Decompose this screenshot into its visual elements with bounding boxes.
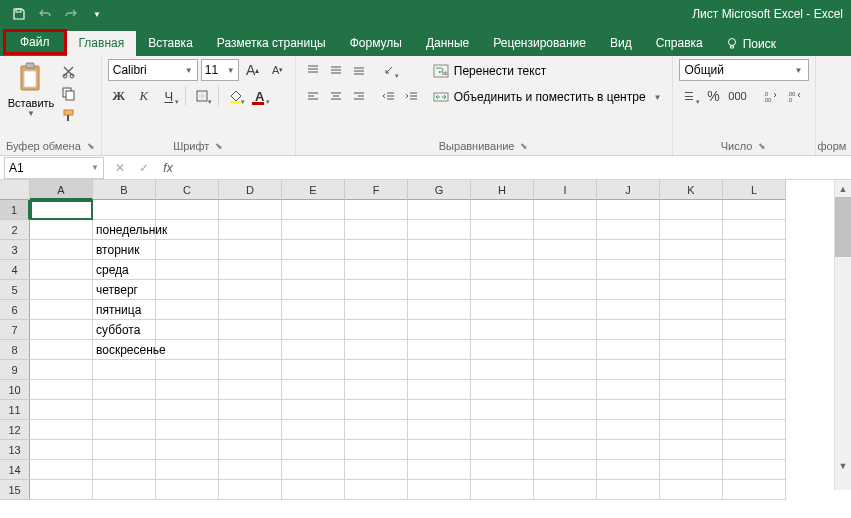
column-header[interactable]: L	[723, 180, 786, 200]
cell[interactable]	[156, 440, 219, 460]
cell[interactable]	[156, 240, 219, 260]
cell[interactable]	[723, 280, 786, 300]
column-header[interactable]: J	[597, 180, 660, 200]
row-header[interactable]: 10	[0, 380, 30, 400]
merge-center-button[interactable]: Объединить и поместить в центре ▼	[429, 85, 666, 109]
tab-file[interactable]: Файл	[3, 29, 67, 55]
cell[interactable]	[345, 340, 408, 360]
decrease-decimal-icon[interactable]: .00.0	[783, 85, 805, 107]
cell[interactable]	[597, 320, 660, 340]
font-size-select[interactable]: 11▼	[201, 59, 239, 81]
cell[interactable]	[219, 380, 282, 400]
cell[interactable]	[471, 480, 534, 500]
align-top-icon[interactable]	[302, 59, 324, 81]
row-header[interactable]: 3	[0, 240, 30, 260]
column-header[interactable]: G	[408, 180, 471, 200]
fx-icon[interactable]: fx	[158, 158, 178, 178]
cell[interactable]	[219, 420, 282, 440]
cell[interactable]	[660, 340, 723, 360]
decrease-font-icon[interactable]: A▾	[267, 59, 289, 81]
cell[interactable]	[723, 400, 786, 420]
cell[interactable]	[30, 460, 93, 480]
cell[interactable]	[660, 260, 723, 280]
bold-button[interactable]: Ж	[108, 85, 130, 107]
select-all-corner[interactable]	[0, 180, 30, 200]
cell[interactable]	[282, 380, 345, 400]
currency-icon[interactable]: ☰▾	[679, 85, 701, 107]
cell[interactable]	[723, 360, 786, 380]
cell[interactable]	[156, 340, 219, 360]
tell-me-search[interactable]: Поиск	[715, 32, 786, 56]
column-header[interactable]: K	[660, 180, 723, 200]
comma-icon[interactable]: 000	[727, 85, 749, 107]
cell[interactable]	[597, 280, 660, 300]
cell[interactable]	[282, 260, 345, 280]
cell[interactable]	[282, 480, 345, 500]
cell[interactable]	[471, 320, 534, 340]
cell[interactable]	[534, 440, 597, 460]
cell[interactable]	[534, 460, 597, 480]
cell[interactable]	[93, 200, 156, 220]
column-header[interactable]: I	[534, 180, 597, 200]
cell[interactable]	[597, 480, 660, 500]
cell[interactable]	[30, 240, 93, 260]
cell[interactable]	[408, 220, 471, 240]
cell[interactable]	[219, 360, 282, 380]
cell[interactable]	[282, 340, 345, 360]
row-header[interactable]: 12	[0, 420, 30, 440]
cell[interactable]	[534, 480, 597, 500]
cell[interactable]	[345, 240, 408, 260]
cell[interactable]	[408, 260, 471, 280]
cell[interactable]	[723, 200, 786, 220]
cell[interactable]	[30, 220, 93, 240]
cell[interactable]	[660, 440, 723, 460]
cell[interactable]	[282, 460, 345, 480]
undo-icon[interactable]	[36, 5, 54, 23]
cell[interactable]	[219, 220, 282, 240]
cell[interactable]	[282, 200, 345, 220]
cell[interactable]	[408, 240, 471, 260]
cell[interactable]	[30, 380, 93, 400]
tab-view[interactable]: Вид	[598, 31, 644, 56]
tab-home[interactable]: Главная	[67, 31, 137, 56]
cell[interactable]	[30, 360, 93, 380]
cell[interactable]	[93, 460, 156, 480]
cell[interactable]	[408, 320, 471, 340]
cell[interactable]	[597, 240, 660, 260]
cell[interactable]	[534, 280, 597, 300]
cell[interactable]: понедельник	[93, 220, 156, 240]
align-middle-icon[interactable]	[325, 59, 347, 81]
cell[interactable]	[345, 440, 408, 460]
cell[interactable]	[156, 260, 219, 280]
cell[interactable]	[534, 420, 597, 440]
cut-icon[interactable]	[58, 61, 78, 81]
cell[interactable]	[156, 420, 219, 440]
cell[interactable]	[597, 300, 660, 320]
cell[interactable]	[660, 220, 723, 240]
paste-button[interactable]: Вставить ▼	[6, 59, 56, 118]
italic-button[interactable]: К	[133, 85, 155, 107]
increase-font-icon[interactable]: A▴	[242, 59, 264, 81]
row-header[interactable]: 14	[0, 460, 30, 480]
cell[interactable]	[93, 440, 156, 460]
cell[interactable]	[156, 480, 219, 500]
tab-help[interactable]: Справка	[644, 31, 715, 56]
cell[interactable]	[156, 360, 219, 380]
cell[interactable]	[723, 340, 786, 360]
row-header[interactable]: 1	[0, 200, 30, 220]
cell[interactable]	[534, 380, 597, 400]
cell[interactable]	[597, 260, 660, 280]
save-icon[interactable]	[10, 5, 28, 23]
cell[interactable]	[597, 220, 660, 240]
cell[interactable]	[534, 260, 597, 280]
underline-button[interactable]: Ч▾	[158, 85, 180, 107]
cell[interactable]	[534, 400, 597, 420]
percent-icon[interactable]: %	[703, 85, 725, 107]
orientation-icon[interactable]: ▾	[378, 59, 400, 81]
cancel-icon[interactable]: ✕	[110, 158, 130, 178]
cell[interactable]	[534, 220, 597, 240]
scroll-down-icon[interactable]: ▼	[835, 457, 851, 474]
align-center-icon[interactable]	[325, 85, 347, 107]
cell[interactable]	[219, 260, 282, 280]
format-painter-icon[interactable]	[58, 105, 78, 125]
